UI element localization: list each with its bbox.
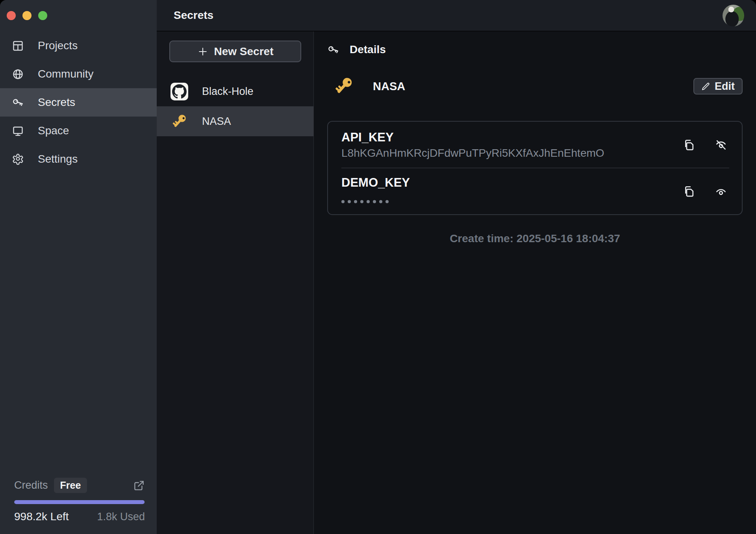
show-value-button[interactable] <box>714 185 728 198</box>
credits-progress-fill <box>14 500 145 504</box>
gold-key-icon <box>170 113 188 130</box>
traffic-lights <box>0 0 157 20</box>
field-key: DEMO_KEY <box>341 176 683 190</box>
mask-dot <box>360 200 363 203</box>
credits-used-text: 1.8k Used <box>97 511 145 523</box>
sidebar: Projects Community Secrets Space Setting… <box>0 0 157 534</box>
sidebar-item-label: Space <box>38 124 69 137</box>
sidebar-item-label: Projects <box>38 39 78 52</box>
secrets-list-panel: New Secret Black-Hole N <box>157 32 314 534</box>
key-icon <box>12 96 24 109</box>
mask-dot <box>341 200 345 203</box>
sidebar-item-label: Community <box>38 68 94 80</box>
gear-icon <box>12 153 24 165</box>
github-icon <box>170 83 188 100</box>
external-link-icon <box>133 480 145 491</box>
new-secret-button[interactable]: New Secret <box>169 41 301 62</box>
secret-list: Black-Hole NASA <box>157 76 313 136</box>
credits-external-link-button[interactable] <box>133 480 145 491</box>
sidebar-nav: Projects Community Secrets Space Setting… <box>0 32 157 173</box>
eye-icon <box>714 185 728 198</box>
secret-list-item-nasa[interactable]: NASA <box>157 106 313 136</box>
field-row-demo-key: DEMO_KEY <box>328 168 742 214</box>
copy-button[interactable] <box>683 185 696 198</box>
mask-dot <box>379 200 382 203</box>
field-value: L8hKGAnHmKRcjDFdwPuTPyRi5KXfAxJhEnEhtemO <box>341 147 683 159</box>
hide-value-button[interactable] <box>714 138 728 152</box>
globe-icon <box>12 68 24 80</box>
mask-dot <box>385 200 389 203</box>
copy-icon <box>683 138 696 152</box>
credits-label: Credits <box>14 479 48 491</box>
credits-section: Credits Free 998.2k Left 1.8k Used <box>0 478 157 534</box>
sidebar-item-label: Secrets <box>38 96 75 109</box>
sidebar-item-space[interactable]: Space <box>0 117 157 145</box>
new-secret-label: New Secret <box>214 45 274 58</box>
mask-dot <box>367 200 370 203</box>
user-avatar[interactable] <box>723 5 744 26</box>
mask-dot <box>354 200 357 203</box>
zoom-button[interactable] <box>38 11 47 20</box>
app-window: Projects Community Secrets Space Setting… <box>0 0 756 534</box>
content: New Secret Black-Hole N <box>157 32 756 534</box>
secret-name-row: NASA Edit <box>327 75 743 97</box>
eye-off-icon <box>714 138 728 152</box>
copy-icon <box>683 185 696 198</box>
sidebar-item-secrets[interactable]: Secrets <box>0 88 157 117</box>
credits-progress-track <box>14 500 145 504</box>
plus-icon <box>197 46 208 57</box>
details-header: Details <box>327 43 743 56</box>
secret-name: NASA <box>373 80 405 93</box>
masked-value-dots <box>341 196 683 207</box>
main-area: Secrets New Secret <box>157 0 756 534</box>
secret-list-item-black-hole[interactable]: Black-Hole <box>157 76 313 106</box>
close-button[interactable] <box>7 11 16 20</box>
titlebar: Secrets <box>157 0 756 32</box>
mask-dot <box>373 200 376 203</box>
page-title: Secrets <box>174 9 213 22</box>
field-row-api-key: API_KEY L8hKGAnHmKRcjDFdwPuTPyRi5KXfAxJh… <box>328 122 742 168</box>
projects-icon <box>12 40 24 52</box>
credits-left-text: 998.2k Left <box>14 510 69 523</box>
edit-button[interactable]: Edit <box>693 78 743 95</box>
sidebar-item-settings[interactable]: Settings <box>0 145 157 173</box>
details-panel: Details NASA Edit API_KEY L8hKGAnHmKRcjD… <box>314 32 756 534</box>
gold-key-icon <box>333 75 355 97</box>
secret-item-name: Black-Hole <box>202 85 254 98</box>
minimize-button[interactable] <box>22 11 32 20</box>
sidebar-item-label: Settings <box>38 153 78 165</box>
copy-button[interactable] <box>683 138 696 152</box>
sidebar-item-projects[interactable]: Projects <box>0 32 157 60</box>
secret-item-name: NASA <box>202 115 231 128</box>
mask-dot <box>348 200 351 203</box>
edit-button-label: Edit <box>715 80 735 93</box>
create-time-text: Create time: 2025-05-16 18:04:37 <box>327 232 743 245</box>
secret-fields-card: API_KEY L8hKGAnHmKRcjDFdwPuTPyRi5KXfAxJh… <box>327 121 743 215</box>
field-key: API_KEY <box>341 130 683 145</box>
sidebar-item-community[interactable]: Community <box>0 60 157 88</box>
pencil-icon <box>701 82 710 91</box>
key-icon <box>327 44 339 56</box>
details-title: Details <box>350 43 386 56</box>
monitor-icon <box>12 125 24 137</box>
plan-badge: Free <box>54 478 87 493</box>
